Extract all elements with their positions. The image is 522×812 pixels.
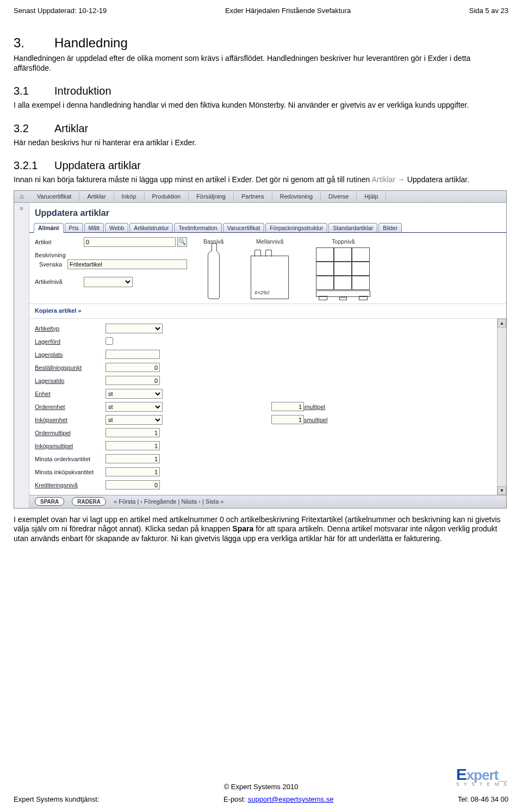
artikelniva-select[interactable] xyxy=(84,277,133,287)
field-orderenhetsmultipel[interactable] xyxy=(271,402,304,411)
field-inköpsenhetsmultipel[interactable] xyxy=(271,415,304,424)
menu-redovisning[interactable]: Redovisning xyxy=(272,191,321,201)
scroll-up-icon[interactable]: ▲ xyxy=(498,319,506,327)
menu-varucertifikat[interactable]: Varucertifikat xyxy=(29,191,79,201)
heading-3-2-1: 3.2.1Uppdatera artiklar xyxy=(14,159,508,172)
tab-bilder[interactable]: Bilder xyxy=(378,223,402,232)
field-krediteringsnivå[interactable] xyxy=(105,480,160,489)
row-artikeltyp: Artikeltyp xyxy=(29,322,497,335)
exder-screenshot: ⌂ VarucertifikatArtiklarInköpProduktionF… xyxy=(14,190,507,509)
field-lagerförd[interactable] xyxy=(105,337,113,345)
spara-bold: Spara xyxy=(232,524,253,533)
label-lagerplats: Lagerplats xyxy=(29,351,105,358)
svenska-input[interactable] xyxy=(67,259,187,269)
para-3-2-1-a: Innan ni kan börja fakturera måste ni lä… xyxy=(14,175,371,184)
field-inköpsenhet[interactable]: st xyxy=(105,415,163,425)
para-intro: Handledningen är uppdelad efter de olika… xyxy=(14,54,508,73)
tab-artikelstruktur[interactable]: Artikelstruktur xyxy=(129,223,173,232)
label-inköpsenhetsmultipel: Inköpsenhetsmultipel xyxy=(163,417,271,423)
toppniva-label: Toppnivå xyxy=(316,238,370,245)
radera-button[interactable]: RADERA xyxy=(72,497,106,506)
artikelniva-label: Artikelnivå xyxy=(35,278,84,285)
heading-3: 3.Handledning xyxy=(14,35,508,51)
arrow-icon: → xyxy=(395,175,407,184)
menu-produktion[interactable]: Produktion xyxy=(145,191,189,201)
heading-3-2-1-title: Uppdatera artiklar xyxy=(54,159,141,171)
row-krediteringsnivå: Krediteringsnivå xyxy=(29,479,497,492)
menu-inköp[interactable]: Inköp xyxy=(114,191,145,201)
field-minsta-inköpskvantitet[interactable] xyxy=(105,467,160,476)
field-beställningspunkt[interactable] xyxy=(105,363,160,372)
menu-partners[interactable]: Partners xyxy=(234,191,272,201)
label-orderenhetsmultipel: Orderenhetsmultipel xyxy=(163,404,271,410)
tab-webb[interactable]: Webb xyxy=(105,223,128,232)
field-inköpsmultipel[interactable] xyxy=(105,441,160,450)
beskrivning-label: Beskrivning xyxy=(35,252,84,258)
svenska-label: Svenska xyxy=(35,261,67,268)
field-ordermultipel[interactable] xyxy=(105,428,160,437)
row-lagersaldo: Lagersaldo xyxy=(29,374,497,387)
heading-3-1-num: 3.1 xyxy=(14,85,54,97)
sixpack-label: 6×25cl xyxy=(254,290,269,295)
label-enhet: Enhet xyxy=(29,390,105,397)
tab-pris[interactable]: Pris xyxy=(65,223,83,232)
artikel-input[interactable] xyxy=(84,237,176,247)
label-orderenhet: Orderenhet xyxy=(29,404,105,410)
para-3-2-1-b: Uppdatera artiklar. xyxy=(407,175,469,184)
para-after-screenshot: I exemplet ovan har vi lagt upp en artik… xyxy=(14,515,508,544)
menu-hjälp[interactable]: Hjälp xyxy=(357,191,386,201)
row-lagerförd: Lagerförd xyxy=(29,335,497,348)
menubar: ⌂ VarucertifikatArtiklarInköpProduktionF… xyxy=(14,191,506,203)
bottle-icon xyxy=(208,250,220,299)
footer-email-link[interactable]: support@expertsystems.se xyxy=(248,795,334,803)
field-orderenhet[interactable]: st xyxy=(105,402,163,412)
field-lagersaldo[interactable] xyxy=(105,376,160,385)
footer-left: Expert Systems kundtjänst: xyxy=(14,795,100,803)
label-artikeltyp: Artikeltyp xyxy=(29,325,105,332)
heading-3-title: Handledning xyxy=(54,35,128,50)
footer-center: E-post: support@expertsystems.se xyxy=(223,795,334,803)
field-artikeltyp[interactable] xyxy=(105,324,163,333)
mellanniva-label: Mellannivå xyxy=(251,238,289,245)
row-minsta-orderkvantitet: Minsta orderkvantitet xyxy=(29,453,497,466)
header-left: Senast Uppdaterad: 10-12-19 xyxy=(14,7,107,15)
record-nav-links[interactable]: « Första | ‹ Föregående | Nästa › | Sist… xyxy=(114,498,223,505)
tab-varucertifikat[interactable]: Varucertifikat xyxy=(223,223,265,232)
field-enhet[interactable]: st xyxy=(105,389,163,399)
artiklar-link-text: Artiklar xyxy=(371,175,395,184)
spara-button[interactable]: SPARA xyxy=(35,497,64,506)
heading-3-1-title: Introduktion xyxy=(54,85,111,97)
footer-email-label: E-post: xyxy=(223,795,248,803)
label-inköpsenhet: Inköpsenhet xyxy=(29,417,105,423)
label-inköpsmultipel: Inköpsmultipel xyxy=(29,443,105,449)
menu-diverse[interactable]: Diverse xyxy=(321,191,357,201)
tab-allmänt[interactable]: Allmänt xyxy=(34,223,64,233)
menu-försäljning[interactable]: Försäljning xyxy=(189,191,234,201)
tab-förpackningsstruktur[interactable]: Förpackningsstruktur xyxy=(265,223,327,232)
label-ordermultipel: Ordermultipel xyxy=(29,430,105,436)
tabbar: AllmäntPrisMåttWebbArtikelstrukturTextin… xyxy=(29,222,506,233)
label-krediteringsnivå: Krediteringsnivå xyxy=(29,482,105,488)
scroll-down-icon[interactable]: ▼ xyxy=(498,486,506,495)
footer-right: Tel: 08-46 34 00 xyxy=(458,795,508,803)
heading-3-1: 3.1Introduktion xyxy=(14,85,508,97)
kopiera-artikel-link[interactable]: Kopiera artikel » xyxy=(29,303,506,319)
label-lagersaldo: Lagersaldo xyxy=(29,377,105,384)
header-center: Exder Härjedalen Fristående Svefaktura xyxy=(225,7,351,15)
header-right: Sida 5 av 23 xyxy=(469,7,508,15)
tab-mått[interactable]: Mått xyxy=(84,223,104,232)
home-icon[interactable]: ⌂ xyxy=(14,193,29,200)
field-minsta-orderkvantitet[interactable] xyxy=(105,454,160,463)
tab-standardartiklar[interactable]: Standardartiklar xyxy=(328,223,377,232)
tab-textinformation[interactable]: Textinformation xyxy=(174,223,221,232)
artikel-label: Artikel xyxy=(35,239,84,245)
scrollbar[interactable]: ▲ ▼ xyxy=(497,319,506,495)
search-icon[interactable]: 🔍 xyxy=(177,237,187,247)
label-beställningspunkt: Beställningspunkt xyxy=(29,364,105,371)
menu-artiklar[interactable]: Artiklar xyxy=(79,191,114,201)
left-icon-bar: ≡ xyxy=(14,203,29,508)
para-3-2: Här nedan beskrivs hur ni hanterar era a… xyxy=(14,138,508,148)
row-inköpsmultipel: Inköpsmultipel xyxy=(29,439,497,453)
heading-3-num: 3. xyxy=(14,35,54,51)
field-lagerplats[interactable] xyxy=(105,350,160,359)
